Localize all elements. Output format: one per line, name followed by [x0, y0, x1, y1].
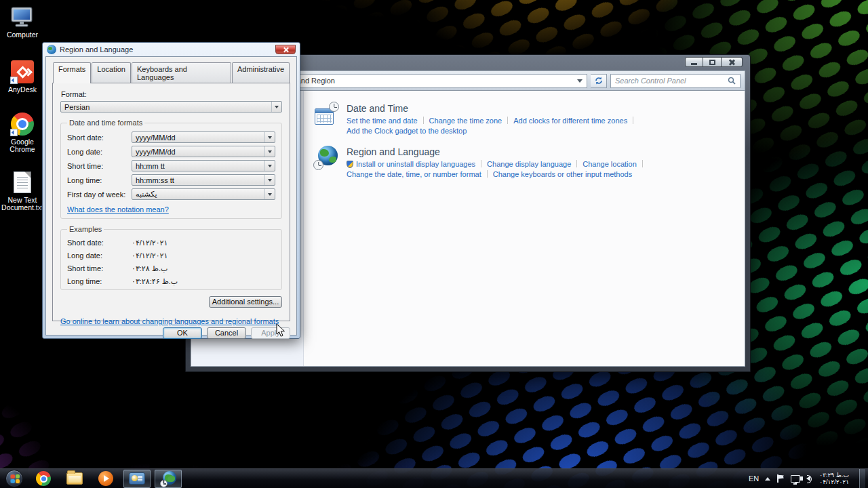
task-link[interactable]: Add clocks for different time zones: [513, 117, 627, 125]
calendar-clock-icon: [315, 102, 339, 126]
chevron-down-icon[interactable]: [577, 79, 583, 83]
dialog-titlebar[interactable]: Region and Language: [45, 43, 297, 56]
short-time-label: Short time:: [67, 162, 132, 170]
tray-date: ۰۴/۱۲/۲۰۲۱: [819, 479, 849, 486]
dialog-body: Formats Location Keyboards and Languages…: [45, 56, 297, 336]
desktop-icon-label: Google Chrome: [9, 138, 35, 153]
window-controls: [685, 57, 743, 67]
language-indicator[interactable]: EN: [749, 474, 759, 483]
tab-formats[interactable]: Formats: [53, 62, 91, 83]
show-desktop-button[interactable]: [859, 469, 865, 488]
desktop-icon-label: AnyDesk: [8, 86, 37, 94]
example-label: Long time:: [67, 277, 132, 286]
task-link[interactable]: Add the Clock gadget to the desktop: [347, 127, 467, 135]
taskbar-media-player-button[interactable]: [92, 469, 119, 488]
format-value: Persian: [64, 103, 90, 111]
short-time-dropdown[interactable]: hh:mm tt: [132, 160, 275, 171]
task-link[interactable]: Change display language: [487, 160, 571, 168]
system-tray: EN ۰۳:۲۹ ب.ظ ۰۴/۱۲/۲۰۲۱: [749, 469, 868, 488]
go-online-link[interactable]: Go online to learn about changing langua…: [60, 317, 279, 325]
desktop-icon-list: Computer AnyDesk Google Chrome New Text …: [0, 4, 45, 211]
long-date-dropdown[interactable]: yyyy/MM/dd: [132, 146, 275, 157]
desktop-icon-chrome[interactable]: Google Chrome: [0, 111, 45, 153]
control-panel-main: Date and Time Set the time and dateChang…: [304, 91, 745, 366]
group-title: Examples: [67, 225, 104, 233]
section-region-and-language: Region and Language Install or uninstall…: [315, 145, 745, 180]
computer-icon: [9, 4, 35, 30]
section-title[interactable]: Region and Language: [347, 146, 648, 157]
search-icon: [728, 77, 736, 85]
media-player-icon: [98, 471, 113, 486]
task-links-row: Change the date, time, or number formatC…: [347, 169, 648, 180]
tab-keyboards-and-languages[interactable]: Keyboards and Languages: [132, 62, 231, 83]
task-link[interactable]: Change the time zone: [429, 117, 502, 125]
uac-shield-icon: [347, 161, 353, 168]
short-time-value: hh:mm tt: [136, 162, 165, 170]
anydesk-icon: [9, 59, 35, 85]
taskbar-chrome-button[interactable]: [30, 469, 57, 488]
long-date-value: yyyy/MM/dd: [136, 148, 176, 156]
short-date-value: yyyy/MM/dd: [136, 134, 176, 142]
separator: [487, 170, 488, 178]
first-day-dropdown[interactable]: یکشنبه: [132, 188, 275, 200]
chrome-icon: [9, 111, 35, 137]
task-links-row: Install or uninstall display languagesCh…: [347, 159, 648, 169]
group-title: Date and time formats: [67, 119, 144, 127]
desktop-icon-label: Computer: [7, 31, 38, 39]
dropdown-arrow-icon: [271, 102, 281, 112]
task-link[interactable]: Set the time and date: [347, 117, 418, 125]
search-placeholder: Search Control Panel: [615, 77, 728, 85]
shortcut-arrow-icon: [10, 77, 18, 84]
example-label: Short time:: [67, 264, 132, 273]
example-label: Long date:: [67, 251, 132, 260]
separator: [642, 160, 643, 167]
notation-help-link[interactable]: What does the notation mean?: [67, 205, 169, 214]
volume-icon[interactable]: [806, 476, 810, 481]
tab-administrative[interactable]: Administrative: [232, 62, 290, 83]
short-date-dropdown[interactable]: yyyy/MM/dd: [132, 131, 275, 143]
taskbar-region-language-button[interactable]: [155, 470, 182, 488]
example-label: Short date:: [67, 239, 132, 247]
format-dropdown[interactable]: Persian: [60, 101, 282, 113]
separator: [633, 117, 633, 124]
dropdown-arrow-icon: [264, 161, 275, 171]
start-button[interactable]: [5, 470, 23, 487]
long-date-label: Long date:: [67, 148, 132, 156]
desktop: Computer AnyDesk Google Chrome New Text …: [0, 0, 868, 488]
network-icon[interactable]: [791, 475, 800, 483]
action-center-flag-icon[interactable]: [776, 474, 785, 483]
task-link[interactable]: Change location: [583, 160, 637, 168]
dropdown-arrow-icon: [264, 189, 275, 199]
taskbar-control-panel-button[interactable]: [123, 470, 151, 488]
task-link[interactable]: Change keyboards or other input methods: [493, 170, 632, 178]
task-links-row: Set the time and dateChange the time zon…: [347, 116, 639, 126]
tray-clock[interactable]: ۰۳:۲۹ ب.ظ ۰۴/۱۲/۲۰۲۱: [819, 472, 849, 486]
dropdown-arrow-icon: [264, 132, 275, 142]
windows-logo-icon: [10, 474, 20, 484]
tray-time: ۰۳:۲۹ ب.ظ: [819, 472, 849, 479]
long-time-dropdown[interactable]: hh:mm:ss tt: [132, 174, 275, 186]
taskbar-explorer-button[interactable]: [61, 469, 88, 488]
close-button[interactable]: [275, 45, 296, 54]
show-hidden-icons-button[interactable]: [765, 477, 770, 481]
desktop-icon-anydesk[interactable]: AnyDesk: [0, 59, 45, 94]
close-icon: [283, 47, 289, 53]
chrome-icon: [36, 471, 51, 486]
search-input[interactable]: Search Control Panel: [610, 74, 741, 88]
tab-location[interactable]: Location: [92, 62, 131, 83]
desktop-icon-computer[interactable]: Computer: [0, 4, 45, 39]
task-link[interactable]: Install or uninstall display languages: [356, 160, 475, 168]
section-title[interactable]: Date and Time: [347, 103, 639, 114]
cancel-button[interactable]: Cancel: [207, 327, 246, 339]
ok-button[interactable]: OK: [163, 327, 202, 339]
refresh-button[interactable]: [591, 74, 607, 88]
maximize-button[interactable]: [703, 57, 722, 67]
task-link[interactable]: Change the date, time, or number format: [347, 170, 481, 178]
minimize-button[interactable]: [685, 57, 703, 67]
additional-settings-button[interactable]: Additional settings...: [209, 296, 282, 308]
short-date-label: Short date:: [67, 134, 132, 142]
section-date-and-time: Date and Time Set the time and dateChang…: [315, 102, 745, 136]
desktop-icon-text-document[interactable]: New Text Document.txt: [0, 169, 45, 211]
close-button[interactable]: [722, 57, 743, 67]
desktop-icon-label: New Text Document.txt: [1, 197, 43, 211]
